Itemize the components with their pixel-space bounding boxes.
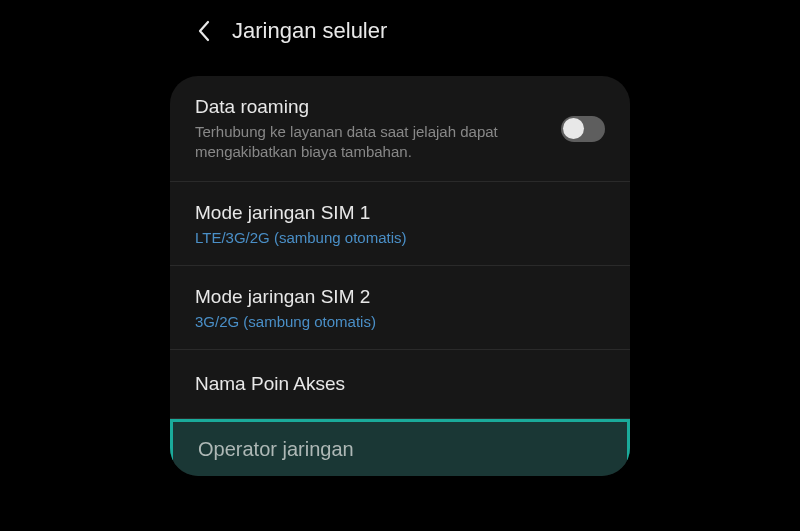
operator-text: Operator jaringan xyxy=(198,436,602,462)
operator-title: Operator jaringan xyxy=(198,436,602,462)
sim1-mode-title: Mode jaringan SIM 1 xyxy=(195,201,605,226)
apn-title: Nama Poin Akses xyxy=(195,372,605,397)
data-roaming-text: Data roaming Terhubung ke layanan data s… xyxy=(195,95,541,162)
toggle-knob xyxy=(563,118,584,139)
settings-screen: Jaringan seluler Data roaming Terhubung … xyxy=(0,0,800,531)
sim1-mode-text: Mode jaringan SIM 1 LTE/3G/2G (sambung o… xyxy=(195,201,605,246)
sim1-mode-value: LTE/3G/2G (sambung otomatis) xyxy=(195,229,605,246)
data-roaming-title: Data roaming xyxy=(195,95,541,120)
data-roaming-subtitle: Terhubung ke layanan data saat jelajah d… xyxy=(195,122,541,163)
sim2-mode-text: Mode jaringan SIM 2 3G/2G (sambung otoma… xyxy=(195,285,605,330)
settings-panel: Data roaming Terhubung ke layanan data s… xyxy=(170,76,630,476)
page-title: Jaringan seluler xyxy=(232,18,387,44)
back-icon[interactable] xyxy=(194,21,214,41)
data-roaming-toggle[interactable] xyxy=(561,116,605,142)
sim2-mode-value: 3G/2G (sambung otomatis) xyxy=(195,313,605,330)
sim1-mode-item[interactable]: Mode jaringan SIM 1 LTE/3G/2G (sambung o… xyxy=(170,182,630,266)
sim2-mode-item[interactable]: Mode jaringan SIM 2 3G/2G (sambung otoma… xyxy=(170,266,630,350)
operator-item[interactable]: Operator jaringan xyxy=(170,419,630,476)
sim2-mode-title: Mode jaringan SIM 2 xyxy=(195,285,605,310)
header: Jaringan seluler xyxy=(0,0,800,62)
apn-item[interactable]: Nama Poin Akses xyxy=(170,350,630,420)
apn-text: Nama Poin Akses xyxy=(195,372,605,397)
data-roaming-item[interactable]: Data roaming Terhubung ke layanan data s… xyxy=(170,76,630,182)
